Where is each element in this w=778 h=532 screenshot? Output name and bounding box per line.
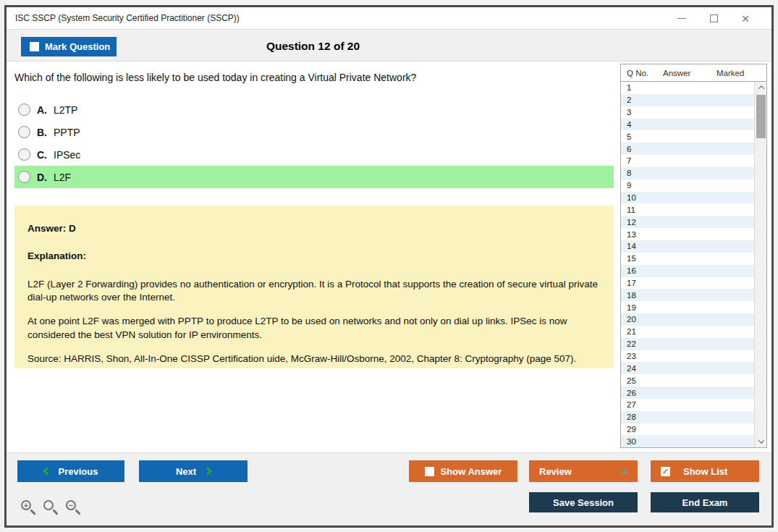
column-qno: Q No. xyxy=(621,69,663,77)
row-question-number: 15 xyxy=(627,254,636,263)
show-list-label: Show List xyxy=(683,466,727,477)
explanation-paragraph: At one point L2F was merged with PPTP to… xyxy=(28,315,601,341)
chevron-up-icon xyxy=(758,85,764,91)
table-row[interactable]: 5 xyxy=(621,130,754,143)
table-row[interactable]: 15 xyxy=(621,253,754,265)
row-question-number: 12 xyxy=(627,218,636,227)
table-row[interactable]: 10 xyxy=(621,192,754,204)
row-question-number: 9 xyxy=(627,181,631,190)
radio-button-icon[interactable] xyxy=(18,104,30,116)
app-window: ISC SSCP (System Security Certified Prac… xyxy=(4,5,774,528)
table-row[interactable]: 2 xyxy=(621,94,754,106)
question-list-header: Q No. Answer Marked xyxy=(620,64,767,81)
end-exam-button[interactable]: End Exam xyxy=(651,492,759,512)
row-question-number: 8 xyxy=(627,169,631,177)
show-answer-checkbox[interactable] xyxy=(425,467,434,476)
row-question-number: 23 xyxy=(627,352,636,360)
close-button[interactable]: × xyxy=(730,8,761,28)
option-letter: A. xyxy=(37,104,47,116)
scroll-up-button[interactable] xyxy=(755,82,767,93)
maximize-button[interactable] xyxy=(698,8,730,28)
list-scrollbar[interactable] xyxy=(754,82,766,447)
answer-option[interactable]: D. L2F xyxy=(14,166,614,188)
table-row[interactable]: 4 xyxy=(621,119,754,131)
option-text: L2F xyxy=(54,172,71,183)
show-answer-button[interactable]: Show Answer xyxy=(409,460,517,482)
table-row[interactable]: 18 xyxy=(621,289,754,301)
row-question-number: 22 xyxy=(627,339,636,348)
row-question-number: 4 xyxy=(627,120,631,129)
answer-option[interactable]: A. L2TP xyxy=(14,98,614,121)
answer-option[interactable]: B. PPTP xyxy=(14,121,614,143)
row-question-number: 24 xyxy=(627,364,636,373)
maximize-icon xyxy=(710,14,718,22)
row-question-number: 5 xyxy=(627,132,631,141)
table-row[interactable]: 21 xyxy=(621,326,754,338)
next-button[interactable]: Next xyxy=(139,460,248,482)
zoom-out-button[interactable]: − xyxy=(65,499,81,515)
table-row[interactable]: 9 xyxy=(621,180,754,192)
minimize-icon xyxy=(677,18,686,19)
table-row[interactable]: 27 xyxy=(621,399,754,411)
end-exam-label: End Exam xyxy=(682,497,728,508)
row-question-number: 13 xyxy=(627,230,636,239)
row-question-number: 26 xyxy=(627,389,636,397)
option-letter: D. xyxy=(37,172,47,183)
table-row[interactable]: 30 xyxy=(621,435,754,447)
header-band: Mark Question Question 12 of 20 xyxy=(7,29,771,62)
question-text: Which of the following is less likely to… xyxy=(14,72,608,83)
close-icon: × xyxy=(741,12,749,25)
table-row[interactable]: 16 xyxy=(621,265,754,277)
table-row[interactable]: 6 xyxy=(621,143,754,155)
magnifier-icon xyxy=(43,500,54,510)
show-list-button[interactable]: ✓ Show List xyxy=(651,460,759,482)
scrollbar-thumb[interactable] xyxy=(756,95,766,138)
options-list: A. L2TP B. PPTP C. IPSec D. L2F xyxy=(14,98,614,188)
zoom-toolbar: + − xyxy=(20,499,81,515)
row-question-number: 20 xyxy=(627,315,636,324)
row-question-number: 21 xyxy=(627,327,636,336)
radio-button-icon[interactable] xyxy=(18,126,30,138)
table-row[interactable]: 28 xyxy=(621,411,754,423)
table-row[interactable]: 8 xyxy=(621,167,754,180)
window-title: ISC SSCP (System Security Certified Prac… xyxy=(7,13,240,23)
show-list-checkbox[interactable]: ✓ xyxy=(661,467,670,476)
previous-label: Previous xyxy=(59,466,98,477)
scroll-down-button[interactable] xyxy=(755,436,767,447)
save-session-label: Save Session xyxy=(553,497,614,508)
table-row[interactable]: 17 xyxy=(621,277,754,290)
table-row[interactable]: 29 xyxy=(621,423,754,436)
window-controls: × xyxy=(666,8,771,28)
magnifier-button[interactable] xyxy=(43,499,59,515)
table-row[interactable]: 7 xyxy=(621,155,754,167)
table-row[interactable]: 24 xyxy=(621,362,754,374)
review-button[interactable]: Review xyxy=(529,460,638,482)
table-row[interactable]: 13 xyxy=(621,228,754,240)
table-row[interactable]: 19 xyxy=(621,301,754,313)
table-row[interactable]: 22 xyxy=(621,338,754,350)
radio-button-icon[interactable] xyxy=(18,171,30,183)
table-row[interactable]: 11 xyxy=(621,203,754,216)
radio-button-icon[interactable] xyxy=(18,148,30,161)
row-question-number: 25 xyxy=(627,376,636,385)
table-row[interactable]: 14 xyxy=(621,240,754,253)
zoom-in-button[interactable]: + xyxy=(20,499,36,515)
table-row[interactable]: 1 xyxy=(621,82,754,94)
save-session-button[interactable]: Save Session xyxy=(529,492,638,512)
minimize-button[interactable] xyxy=(666,8,698,28)
option-text: PPTP xyxy=(54,127,80,138)
answer-option[interactable]: C. IPSec xyxy=(14,143,614,166)
table-row[interactable]: 23 xyxy=(621,350,754,363)
row-question-number: 2 xyxy=(627,96,631,104)
explanation-panel: Answer: D Explanation: L2F (Layer 2 Forw… xyxy=(14,206,614,368)
question-rows: 1 2 3 4 5 6 7 8 9 10 xyxy=(621,82,754,447)
table-row[interactable]: 26 xyxy=(621,387,754,399)
previous-button[interactable]: Previous xyxy=(17,460,124,482)
table-row[interactable]: 20 xyxy=(621,313,754,326)
column-answer: Answer xyxy=(663,69,716,77)
row-question-number: 28 xyxy=(627,413,636,421)
table-row[interactable]: 12 xyxy=(621,216,754,228)
chevron-right-icon xyxy=(203,467,211,475)
table-row[interactable]: 25 xyxy=(621,374,754,387)
table-row[interactable]: 3 xyxy=(621,106,754,119)
